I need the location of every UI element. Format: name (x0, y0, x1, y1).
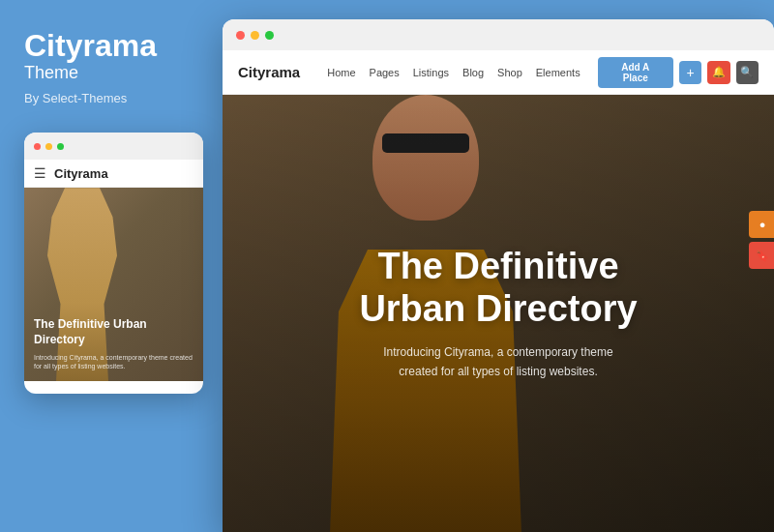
floating-icons: ● 🔖 (749, 211, 774, 269)
desktop-nav-logo: Cityrama (238, 64, 300, 80)
add-place-button[interactable]: Add A Place (598, 57, 673, 88)
mobile-dot-red (34, 143, 41, 150)
desktop-hero-title: The Definitive Urban Directory (300, 246, 697, 330)
mobile-dot-yellow (45, 143, 52, 150)
desktop-hero-subtitle: Introducing Cityrama, a contemporary the… (363, 344, 634, 381)
theme-by: By Select-Themes (24, 91, 127, 105)
desktop-dot-green (265, 31, 274, 40)
mobile-browser-bar (24, 133, 203, 160)
bell-button[interactable]: 🔔 (707, 61, 729, 84)
desktop-nav: Cityrama Home Pages Listings Blog Shop E… (223, 50, 774, 95)
mobile-dot-green (57, 143, 64, 150)
desktop-hero-content: The Definitive Urban Directory Introduci… (223, 246, 774, 381)
nav-link-shop[interactable]: Shop (497, 67, 522, 78)
desktop-dot-yellow (251, 31, 259, 40)
bell-icon: 🔔 (712, 66, 726, 78)
nav-link-blog[interactable]: Blog (462, 67, 484, 78)
plus-icon: + (686, 65, 694, 80)
floating-icon-orange[interactable]: ● (749, 211, 774, 238)
desktop-nav-actions: Add A Place + 🔔 🔍 (598, 57, 759, 88)
nav-link-pages[interactable]: Pages (370, 67, 400, 78)
hamburger-icon[interactable]: ☰ (34, 165, 46, 181)
nav-link-elements[interactable]: Elements (536, 67, 580, 78)
desktop-mockup: Cityrama Home Pages Listings Blog Shop E… (223, 19, 774, 532)
desktop-browser-bar (223, 19, 774, 50)
circle-icon: ● (759, 219, 766, 230)
plus-button[interactable]: + (679, 61, 701, 84)
desktop-hero: The Definitive Urban Directory Introduci… (223, 95, 774, 532)
mobile-hero-title: The Definitive Urban Directory (34, 317, 194, 347)
desktop-dot-red (236, 31, 245, 40)
mobile-mockup: ☰ Cityrama The Definitive Urban Director… (24, 133, 203, 394)
search-icon: 🔍 (740, 66, 754, 78)
desktop-nav-links: Home Pages Listings Blog Shop Elements (327, 67, 580, 78)
mobile-hero-overlay: The Definitive Urban Directory Introduci… (24, 308, 203, 381)
search-button[interactable]: 🔍 (736, 61, 759, 84)
mobile-hero: The Definitive Urban Directory Introduci… (24, 188, 203, 381)
nav-link-home[interactable]: Home (327, 67, 355, 78)
floating-icon-red[interactable]: 🔖 (749, 242, 774, 269)
mobile-nav: ☰ Cityrama (24, 160, 203, 188)
theme-title: Cityrama Theme (24, 29, 157, 91)
bookmark-icon: 🔖 (756, 250, 769, 262)
nav-link-listings[interactable]: Listings (413, 67, 449, 78)
left-panel: Cityrama Theme By Select-Themes ☰ Cityra… (0, 0, 223, 532)
mobile-hero-sub: Introducing Cityrama, a contemporary the… (34, 353, 194, 372)
mobile-logo: Cityrama (54, 166, 108, 181)
